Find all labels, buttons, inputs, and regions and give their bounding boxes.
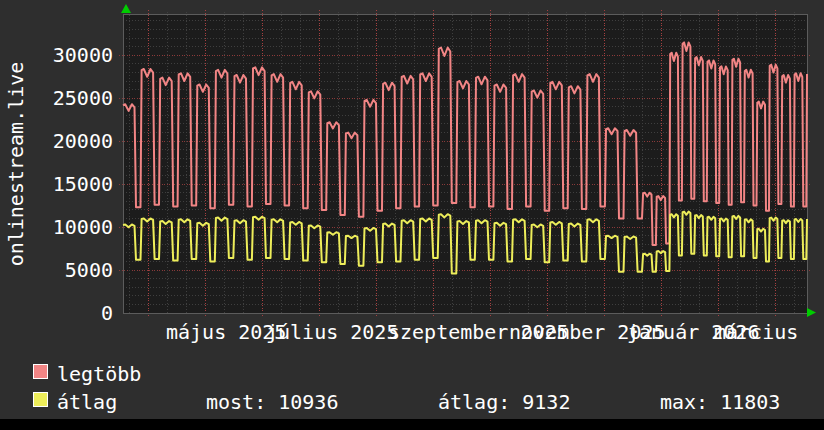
y-axis-label: 25000 bbox=[23, 87, 113, 109]
y-axis-label: 5000 bbox=[23, 259, 113, 281]
stat-max: max: 11803 bbox=[660, 391, 780, 413]
axis-arrow-right-icon bbox=[807, 308, 816, 317]
y-axis-label: 10000 bbox=[23, 216, 113, 238]
y-axis-label: 15000 bbox=[23, 173, 113, 195]
bottom-black-bar bbox=[0, 419, 824, 430]
axis-arrow-up-icon bbox=[121, 4, 131, 13]
x-axis-label: július 2025 bbox=[266, 321, 398, 343]
y-axis-label: 20000 bbox=[23, 130, 113, 152]
legend-swatch-atlag bbox=[33, 392, 48, 407]
legend-label-legtobb: legtöbb bbox=[57, 363, 141, 385]
stat-atlag: átlag: 9132 bbox=[438, 391, 570, 413]
legend-label-atlag: átlag bbox=[57, 391, 117, 413]
rrd-graph-screen: onlinestream.live 0500010000150002000025… bbox=[0, 0, 824, 430]
stat-most: most: 10936 bbox=[206, 391, 338, 413]
x-axis-label: március bbox=[714, 321, 798, 343]
y-axis-label: 30000 bbox=[23, 44, 113, 66]
legend-swatch-legtobb bbox=[33, 364, 48, 379]
y-axis-label: 0 bbox=[23, 302, 113, 324]
